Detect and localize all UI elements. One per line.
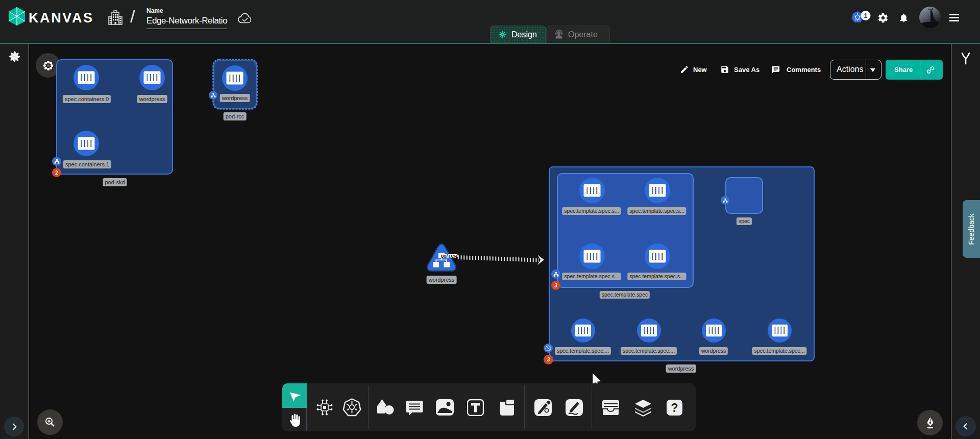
svg-text:1: 1 [864, 12, 868, 19]
svg-text:?: ? [671, 401, 678, 414]
